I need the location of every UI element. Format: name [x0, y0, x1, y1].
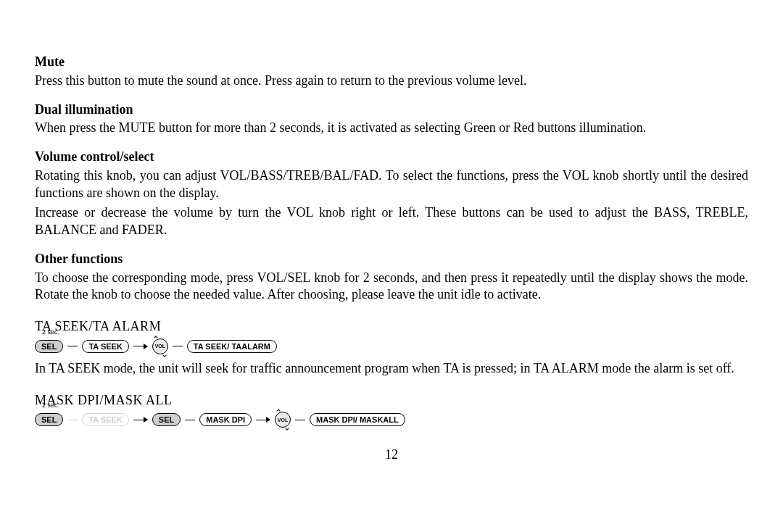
vol-knob-icon: VOL	[152, 338, 168, 354]
mute-heading: Mute	[35, 54, 748, 71]
volume-text-2: Increase or decrease the volume by turn …	[35, 204, 748, 239]
connector-icon	[295, 420, 305, 420]
arrow-icon	[266, 417, 270, 423]
connector-icon	[185, 420, 195, 420]
result-display-icon: TA SEEK/ TAALARM	[187, 340, 277, 353]
mask-dpi-display-icon: MASK DPI	[199, 413, 252, 426]
arrow-icon	[144, 417, 148, 423]
dual-heading: Dual illumination	[35, 101, 748, 119]
mask-heading: MASK DPI/MASK ALL	[35, 392, 748, 410]
ta-seek-display-icon: TA SEEK	[82, 340, 128, 353]
duration-label: 2 sec.	[42, 328, 59, 337]
other-heading: Other functions	[35, 251, 748, 268]
sel-button-icon: SEL	[35, 413, 63, 426]
manual-page: Mute Press this button to mute the sound…	[0, 0, 783, 464]
connector-icon	[133, 346, 144, 346]
connector-icon	[133, 420, 144, 420]
taseek-diagram: 2 sec. SEL TA SEEK VOL TA SEEK/ TAALARM	[35, 338, 748, 354]
mute-text: Press this button to mute the sound at o…	[35, 72, 748, 90]
taseek-heading: TA SEEK/TA ALARM	[35, 318, 748, 336]
arrow-icon	[144, 344, 148, 349]
connector-icon	[173, 346, 183, 346]
sel-button-icon: SEL	[35, 340, 63, 353]
connector-icon	[67, 346, 78, 346]
ta-seek-ghost-icon: TA SEEK	[82, 413, 128, 426]
volume-heading: Volume control/select	[35, 149, 748, 166]
connector-icon	[67, 420, 78, 420]
page-number: 12	[35, 446, 748, 464]
mask-diagram: 2 sec. SEL TA SEEK SEL MASK DPI VOL MASK…	[35, 412, 748, 428]
dual-text: When press the MUTE button for more than…	[35, 120, 748, 137]
duration-label: 2 sec.	[42, 402, 59, 410]
volume-text-1: Rotating this knob, you can adjust VOL/B…	[35, 167, 748, 202]
result-display-icon: MASK DPI/ MASKALL	[310, 413, 405, 426]
sel-button-icon: SEL	[152, 413, 181, 426]
vol-knob-icon: VOL	[275, 412, 291, 428]
connector-icon	[256, 420, 266, 420]
taseek-text: In TA SEEK mode, the unit will seek for …	[35, 360, 748, 378]
other-text: To choose the corresponding mode, press …	[35, 270, 748, 304]
